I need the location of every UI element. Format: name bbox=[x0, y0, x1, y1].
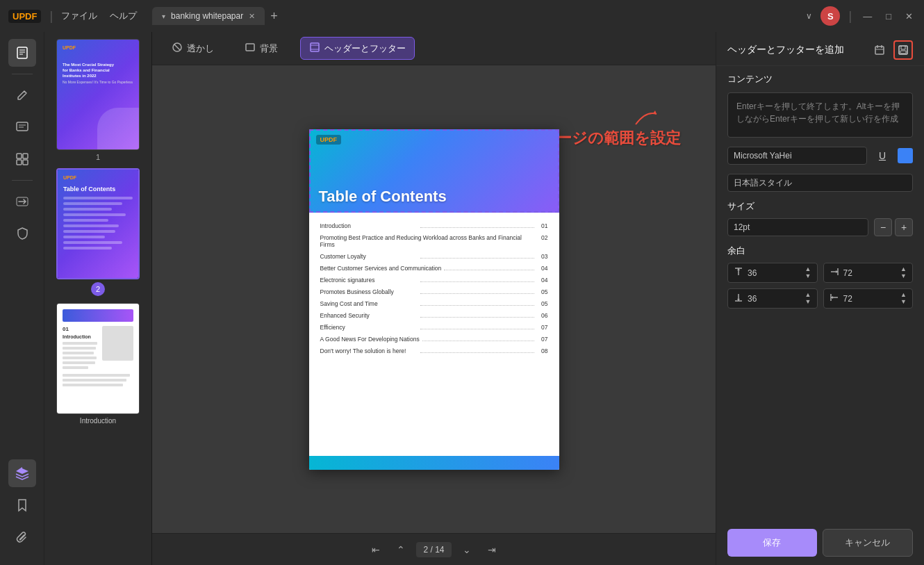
thumbnail-page-2[interactable]: UPDF Table of Contents bbox=[50, 168, 146, 296]
tab-add-button[interactable]: + bbox=[270, 9, 278, 24]
margin-top-icon bbox=[734, 267, 743, 279]
margin-left-item[interactable]: 72 ▲ ▼ bbox=[823, 288, 914, 309]
tab-close-icon[interactable]: ✕ bbox=[249, 12, 255, 21]
thumb-page-2-preview[interactable]: UPDF Table of Contents bbox=[56, 168, 140, 279]
margin-bottom-value: 36 bbox=[748, 294, 801, 304]
toc-entry-0: Introduction 01 bbox=[320, 222, 548, 229]
watermark-label: 透かし bbox=[187, 42, 214, 55]
toc-entry-2: Customer Loyalty 03 bbox=[320, 253, 548, 260]
text-input-placeholder: Enterキーを押して終了します。Altキーを押しながらEnterキーを押して新… bbox=[736, 101, 900, 124]
margin-label: 余白 bbox=[716, 239, 924, 260]
content-area: 透かし 背景 ヘッダーとフッター ページの範囲を設定 bbox=[152, 32, 716, 565]
margin-right-stepper[interactable]: ▲ ▼ bbox=[900, 266, 907, 279]
sidebar-bookmark-icon[interactable] bbox=[8, 491, 36, 519]
background-label: 背景 bbox=[260, 42, 278, 55]
svg-rect-22 bbox=[900, 51, 906, 54]
margin-top-item[interactable]: 36 ▲ ▼ bbox=[727, 263, 818, 283]
svg-rect-17 bbox=[875, 47, 884, 54]
svg-rect-13 bbox=[246, 44, 254, 51]
minimize-button[interactable]: — bbox=[860, 11, 875, 22]
toc-entry-10: Don't worry! The solution is here! 08 bbox=[320, 347, 548, 354]
margin-top-value: 36 bbox=[748, 268, 801, 278]
margin-bottom-item[interactable]: 36 ▲ ▼ bbox=[727, 288, 818, 309]
active-tab[interactable]: ▾ banking whitepapar ✕ bbox=[152, 7, 265, 25]
app-logo: UPDF bbox=[8, 10, 41, 23]
sidebar-protect-icon[interactable] bbox=[8, 220, 36, 247]
close-button[interactable]: ✕ bbox=[902, 11, 916, 22]
thumb-page-1-preview[interactable]: UPDF The Most Crucial Strategyfor Banks … bbox=[56, 39, 140, 150]
menu-help[interactable]: ヘルプ bbox=[110, 10, 137, 22]
thumbnail-page-3[interactable]: 01 Introduction bbox=[50, 303, 146, 425]
nav-bar: ⇤ ⌃ 2 / 14 ⌄ ⇥ bbox=[152, 533, 716, 565]
maximize-button[interactable]: □ bbox=[883, 11, 894, 22]
sidebar-comment-icon[interactable] bbox=[8, 113, 36, 141]
svg-line-12 bbox=[174, 44, 180, 50]
nav-last-page[interactable]: ⇥ bbox=[482, 540, 502, 559]
save-icon-btn[interactable] bbox=[893, 40, 913, 60]
tab-name: banking whitepapar bbox=[171, 11, 243, 21]
sidebar-organize-icon[interactable] bbox=[8, 145, 36, 173]
pdf-viewer[interactable]: ページの範囲を設定 UPDF Table of Contents Introdu… bbox=[152, 65, 716, 533]
nav-prev-page[interactable]: ⌃ bbox=[391, 540, 411, 559]
sidebar-pages-icon[interactable] bbox=[8, 39, 36, 67]
thumbnail-page-1[interactable]: UPDF The Most Crucial Strategyfor Banks … bbox=[50, 39, 146, 161]
dropdown-chevron[interactable]: ∨ bbox=[806, 11, 812, 21]
margin-top-stepper[interactable]: ▲ ▼ bbox=[805, 266, 811, 279]
content-section-label: コンテンツ bbox=[727, 73, 773, 85]
toolbar: 透かし 背景 ヘッダーとフッター bbox=[152, 32, 716, 65]
toc-entry-9: A Good News For Developing Nations 07 bbox=[320, 336, 548, 343]
right-panel-icons bbox=[870, 40, 913, 60]
toc-entry-6: Saving Cost and Time 05 bbox=[320, 300, 548, 307]
save-button[interactable]: 保存 bbox=[727, 529, 817, 557]
font-family-select[interactable]: Microsoft YaHei bbox=[727, 147, 867, 165]
sidebar-edit-icon[interactable] bbox=[8, 81, 36, 109]
right-panel-header: ヘッダーとフッターを追加 bbox=[716, 32, 924, 66]
text-input-area[interactable]: Enterキーを押して終了します。Altキーを押しながらEnterキーを押して新… bbox=[727, 92, 913, 138]
sidebar-attachment-icon[interactable] bbox=[8, 523, 36, 551]
pdf-toc-content: Introduction 01 Promoting Best Practice … bbox=[309, 213, 559, 369]
menu-file[interactable]: ファイル bbox=[61, 10, 97, 22]
background-button[interactable]: 背景 bbox=[236, 38, 286, 59]
sidebar-separator-1 bbox=[12, 74, 33, 74]
size-decrease-button[interactable]: − bbox=[874, 218, 892, 236]
margin-bottom-stepper[interactable]: ▲ ▼ bbox=[805, 292, 811, 305]
sidebar-layers-icon[interactable] bbox=[8, 459, 36, 487]
calendar-icon-btn[interactable] bbox=[870, 40, 889, 60]
nav-first-page[interactable]: ⇤ bbox=[366, 540, 386, 559]
thumb1-logo: UPDF bbox=[63, 45, 133, 50]
svg-rect-4 bbox=[17, 122, 28, 131]
margin-right-value: 72 bbox=[843, 268, 897, 278]
header-footer-button[interactable]: ヘッダーとフッター bbox=[300, 37, 415, 60]
margin-left-value: 72 bbox=[843, 294, 897, 304]
margin-bottom-icon bbox=[734, 293, 743, 304]
page-indicator[interactable]: 2 / 14 bbox=[416, 542, 451, 557]
cancel-button[interactable]: キャンセル bbox=[823, 529, 914, 557]
margin-grid: 36 ▲ ▼ 72 ▲ ▼ bbox=[716, 260, 924, 311]
pdf-header: UPDF Table of Contents bbox=[309, 129, 559, 213]
font-style-select[interactable]: 日本語スタイル bbox=[727, 174, 913, 192]
thumbnail-panel[interactable]: UPDF The Most Crucial Strategyfor Banks … bbox=[44, 32, 152, 565]
thumb-page-3-preview[interactable]: 01 Introduction bbox=[56, 303, 140, 414]
avatar[interactable]: S bbox=[820, 6, 840, 26]
tooltip-text: ページの範囲を設定 bbox=[541, 128, 681, 149]
watermark-button[interactable]: 透かし bbox=[163, 38, 222, 59]
size-increase-button[interactable]: + bbox=[895, 218, 913, 236]
color-picker-button[interactable] bbox=[898, 148, 913, 163]
underline-button[interactable]: U bbox=[873, 146, 892, 165]
background-icon bbox=[245, 42, 256, 55]
tooltip-annotation: ページの範囲を設定 bbox=[541, 128, 681, 149]
svg-rect-0 bbox=[17, 47, 27, 58]
toc-entry-4: Electronic signatures 04 bbox=[320, 277, 548, 284]
sidebar-separator-2 bbox=[12, 180, 33, 181]
margin-left-stepper[interactable]: ▲ ▼ bbox=[900, 292, 907, 305]
sidebar-convert-icon[interactable] bbox=[8, 188, 36, 215]
nav-next-page[interactable]: ⌄ bbox=[457, 540, 477, 559]
svg-rect-10 bbox=[23, 160, 28, 165]
style-row: 日本語スタイル bbox=[716, 171, 924, 197]
svg-rect-8 bbox=[23, 154, 28, 158]
tab-arrow: ▾ bbox=[162, 13, 165, 20]
font-size-select[interactable]: 12pt bbox=[727, 218, 868, 236]
margin-right-item[interactable]: 72 ▲ ▼ bbox=[823, 263, 914, 283]
title-bar: UPDF | ファイル ヘルプ ▾ banking whitepapar ✕ +… bbox=[0, 0, 924, 32]
pdf-toc-title: Table of Contents bbox=[319, 188, 447, 206]
